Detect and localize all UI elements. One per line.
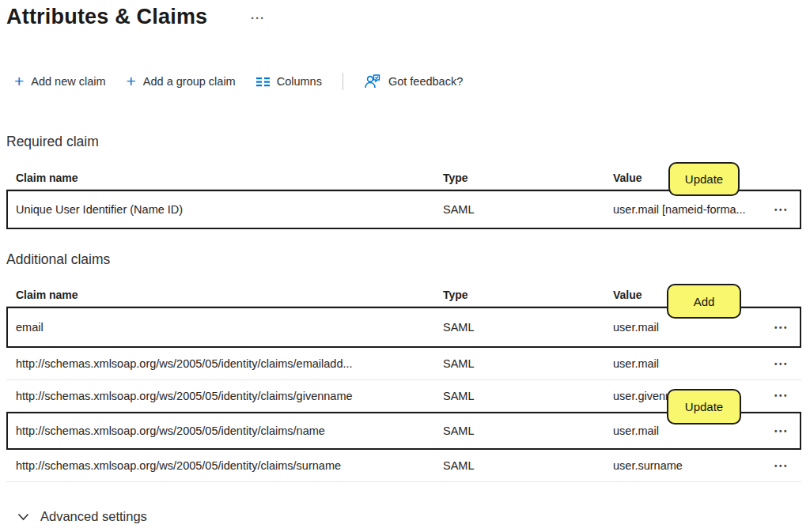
cell-claim-name: http://schemas.xmlsoap.org/ws/2005/05/id… <box>6 357 433 370</box>
feedback-person-icon <box>364 74 381 89</box>
cell-type: SAML <box>435 321 605 334</box>
advanced-settings-toggle[interactable]: Advanced settings <box>17 509 147 524</box>
page-title: Attributes & Claims <box>6 5 207 29</box>
cell-value: user.mail [nameid-forma... <box>605 203 765 216</box>
additional-claims-section-title: Additional claims <box>6 251 110 268</box>
table-row-emailaddress[interactable]: http://schemas.xmlsoap.org/ws/2005/05/id… <box>6 348 801 380</box>
plus-icon: + <box>127 73 136 89</box>
annotation-note-update-name: Update <box>667 389 741 424</box>
columns-label: Columns <box>277 75 322 88</box>
column-header-claim-name[interactable]: Claim name <box>6 172 433 184</box>
columns-icon <box>256 76 270 88</box>
cell-type: SAML <box>435 203 605 216</box>
columns-button[interactable]: Columns <box>256 75 322 88</box>
add-new-claim-button[interactable]: + Add new claim <box>14 74 106 89</box>
table-row-surname[interactable]: http://schemas.xmlsoap.org/ws/2005/05/id… <box>6 450 801 482</box>
row-context-menu-icon[interactable]: ••• <box>773 320 790 335</box>
cell-value: user.mail <box>605 321 765 334</box>
cell-claim-name: http://schemas.xmlsoap.org/ws/2005/05/id… <box>6 459 433 472</box>
row-context-menu-icon[interactable]: ••• <box>773 202 790 217</box>
column-header-type[interactable]: Type <box>433 289 604 301</box>
title-more-menu-icon[interactable]: ··· <box>251 11 265 25</box>
cell-claim-name: email <box>8 321 435 334</box>
cell-value: user.mail <box>604 357 763 370</box>
column-header-type[interactable]: Type <box>433 172 604 184</box>
cell-type: SAML <box>433 357 604 370</box>
chevron-down-icon <box>17 513 29 521</box>
add-group-claim-label: Add a group claim <box>143 75 236 88</box>
column-header-claim-name[interactable]: Claim name <box>6 289 433 301</box>
plus-icon: + <box>14 73 24 89</box>
cell-claim-name: Unique User Identifier (Name ID) <box>8 203 435 216</box>
toolbar-divider <box>343 73 343 90</box>
annotation-note-add-email: Add <box>667 284 741 319</box>
row-context-menu-icon[interactable]: ••• <box>773 458 790 474</box>
row-context-menu-icon[interactable]: ••• <box>773 357 790 372</box>
got-feedback-button[interactable]: Got feedback? <box>364 74 463 89</box>
add-group-claim-button[interactable]: + Add a group claim <box>127 74 236 89</box>
cell-claim-name: http://schemas.xmlsoap.org/ws/2005/05/id… <box>8 424 435 437</box>
got-feedback-label: Got feedback? <box>388 75 463 88</box>
add-new-claim-label: Add new claim <box>31 75 105 88</box>
cell-value: user.mail <box>605 424 765 437</box>
row-context-menu-icon[interactable]: ••• <box>773 388 790 403</box>
attributes-claims-page: Attributes & Claims ··· + Add new claim … <box>0 0 810 532</box>
required-claim-section-title: Required claim <box>6 134 99 150</box>
cell-type: SAML <box>433 459 604 472</box>
advanced-settings-label: Advanced settings <box>40 509 147 524</box>
cell-claim-name: http://schemas.xmlsoap.org/ws/2005/05/id… <box>6 390 433 402</box>
command-bar: + Add new claim + Add a group claim Colu… <box>14 68 463 95</box>
annotation-note-update-required: Update <box>668 162 740 196</box>
cell-type: SAML <box>435 424 605 437</box>
cell-value: user.surname <box>604 459 763 472</box>
row-context-menu-icon[interactable]: ••• <box>773 424 790 439</box>
cell-type: SAML <box>433 390 604 402</box>
